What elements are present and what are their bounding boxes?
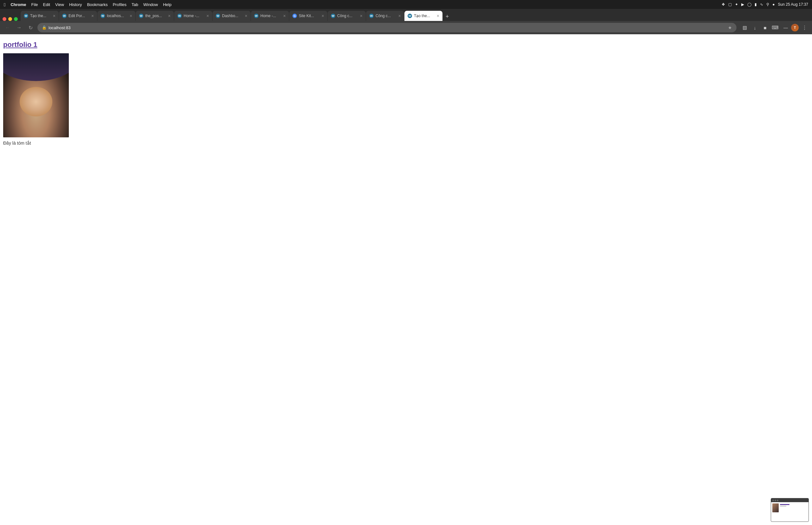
tab-close-button[interactable]: × xyxy=(207,14,209,18)
tab-label: Dashbo... xyxy=(222,14,243,18)
tab-label: Site Kit... xyxy=(299,14,320,18)
close-window-button[interactable] xyxy=(2,17,6,21)
menubar-help[interactable]: Help xyxy=(163,2,171,7)
tab-home-1[interactable]: W Home -... × xyxy=(174,11,212,21)
tab-close-button[interactable]: × xyxy=(399,14,401,18)
tab-favicon: W xyxy=(24,14,28,18)
portfolio-image xyxy=(3,53,69,137)
bookmark-star-icon[interactable]: ★ xyxy=(728,25,732,30)
tab-close-button[interactable]: × xyxy=(168,14,171,18)
tab-close-button[interactable]: × xyxy=(91,14,94,18)
battery-icon: ▮ xyxy=(755,2,757,7)
profile-avatar[interactable]: T xyxy=(791,24,799,31)
toolbar-icons: ▧ ↓ ■ ⌨ ⸻ T ⋮ xyxy=(740,23,809,32)
bluetooth-icon: ✦ xyxy=(735,2,738,7)
tab-label: Công c... xyxy=(337,14,358,18)
menubar:  Chrome File Edit View History Bookmark… xyxy=(0,0,812,9)
tab-label: Edit Por... xyxy=(69,14,89,18)
thumb-dot-2 xyxy=(775,500,776,501)
thumbnail-preview xyxy=(771,498,809,522)
portfolio-title-link[interactable]: portfolio 1 xyxy=(3,41,37,49)
thumb-dot-3 xyxy=(777,500,778,501)
puzzle-icon[interactable]: ⸻ xyxy=(781,23,790,32)
tab-label: Home -... xyxy=(184,14,205,18)
tab-close-button[interactable]: × xyxy=(437,14,439,18)
new-tab-button[interactable]: + xyxy=(443,12,452,21)
tab-label: Tạo the... xyxy=(30,14,51,18)
tab-localhost[interactable]: W localhos... × xyxy=(97,11,135,21)
more-options-button[interactable]: ⋮ xyxy=(800,23,809,32)
tab-favicon: W xyxy=(101,14,105,18)
screen-record-icon: ▢ xyxy=(728,2,732,7)
lock-icon: 🔒 xyxy=(42,25,47,30)
thumb-text xyxy=(780,504,790,507)
tab-close-button[interactable]: × xyxy=(130,14,132,18)
thumb-titlebar xyxy=(771,498,809,502)
tab-dashbo[interactable]: W Dashbo... × xyxy=(212,11,251,21)
tab-label: the_pos... xyxy=(145,14,166,18)
menubar-edit[interactable]: Edit xyxy=(43,2,50,7)
menubar-window[interactable]: Window xyxy=(144,2,158,7)
adblock-icon[interactable]: ■ xyxy=(761,23,769,32)
menubar-bookmarks[interactable]: Bookmarks xyxy=(87,2,107,7)
tab-favicon: G xyxy=(292,14,297,18)
volume-icon: ▶ xyxy=(741,2,744,7)
tab-favicon: W xyxy=(139,14,144,18)
extensions-icon[interactable]: ▧ xyxy=(740,23,749,32)
tab-close-button[interactable]: × xyxy=(321,14,324,18)
portrait-image xyxy=(3,53,69,137)
notification-icon[interactable]: ● xyxy=(772,2,775,7)
screen-time-icon: ◯ xyxy=(747,2,751,7)
address-bar: ← → ↻ 🔒 localhost:83 ★ ▧ ↓ ■ ⌨ ⸻ T ⋮ xyxy=(0,21,812,34)
tab-favicon: W xyxy=(62,14,66,18)
tab-cong-c-2[interactable]: W Công c... × xyxy=(366,11,404,21)
tab-close-button[interactable]: × xyxy=(53,14,56,18)
wifi-icon: ∿ xyxy=(760,2,763,7)
forward-button[interactable]: → xyxy=(15,23,24,32)
tab-close-button[interactable]: × xyxy=(245,14,247,18)
datetime: Sun 25 Aug 17:37 xyxy=(778,2,808,7)
tab-favicon: W xyxy=(177,14,182,18)
summary-text: Đây là tóm tắt xyxy=(3,140,809,146)
page-content: portfolio 1 Đây là tóm tắt xyxy=(0,34,812,525)
menubar-history[interactable]: History xyxy=(69,2,82,7)
menubar-tab[interactable]: Tab xyxy=(132,2,138,7)
tab-favicon: W xyxy=(408,14,412,18)
traffic-lights xyxy=(2,17,18,21)
tab-label: Công c... xyxy=(376,14,396,18)
menubar-chrome[interactable]: Chrome xyxy=(11,2,26,7)
apple-menu[interactable]:  xyxy=(4,2,5,7)
menubar-file[interactable]: File xyxy=(31,2,38,7)
tab-close-button[interactable]: × xyxy=(360,14,363,18)
maximize-window-button[interactable] xyxy=(14,17,18,21)
thumb-dot-1 xyxy=(772,500,774,501)
tab-edit-port[interactable]: W Edit Por... × xyxy=(59,11,97,21)
tab-label: Tạo the... xyxy=(414,14,435,18)
search-icon[interactable]: ⚲ xyxy=(766,2,769,7)
tab-tao-the-1[interactable]: W Tạo the... × xyxy=(20,11,59,21)
thumb-page-content xyxy=(771,502,809,522)
tab-cong-c-1[interactable]: W Công c... × xyxy=(328,11,366,21)
tab-the-pos[interactable]: W the_pos... × xyxy=(136,11,174,21)
tab-site-kit[interactable]: G Site Kit... × xyxy=(289,11,327,21)
menubar-view[interactable]: View xyxy=(55,2,64,7)
tab-label: localhos... xyxy=(107,14,128,18)
translate-icon[interactable]: ⌨ xyxy=(771,23,780,32)
tab-favicon: W xyxy=(331,14,335,18)
tab-home-2[interactable]: W Home -... × xyxy=(251,11,289,21)
minimize-window-button[interactable] xyxy=(8,17,12,21)
thumb-line-1 xyxy=(780,504,790,505)
tab-tao-the-2-active[interactable]: W Tạo the... × xyxy=(404,11,442,21)
tab-label: Home -... xyxy=(260,14,281,18)
url-display: localhost:83 xyxy=(48,25,726,30)
tab-favicon: W xyxy=(216,14,220,18)
back-button[interactable]: ← xyxy=(3,23,12,32)
tab-favicon: W xyxy=(254,14,258,18)
address-input-container[interactable]: 🔒 localhost:83 ★ xyxy=(37,23,737,32)
menubar-profiles[interactable]: Profiles xyxy=(112,2,126,7)
voice-control-icon: ❖ xyxy=(722,2,725,7)
download-icon[interactable]: ↓ xyxy=(750,23,760,32)
reload-button[interactable]: ↻ xyxy=(26,23,35,32)
thumb-portrait xyxy=(772,504,779,512)
tab-close-button[interactable]: × xyxy=(283,14,286,18)
